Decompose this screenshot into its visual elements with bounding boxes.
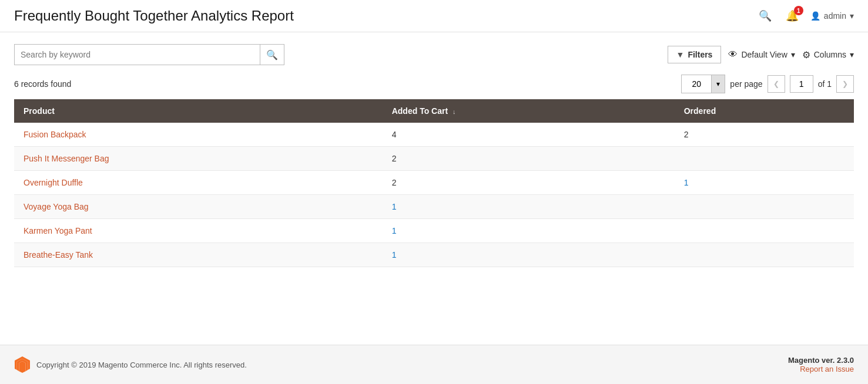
cell-added-to-cart: 1 [383, 195, 675, 219]
table-row: Push It Messenger Bag2 [14, 147, 854, 171]
product-link[interactable]: Overnight Duffle [24, 178, 83, 187]
column-product: Product [14, 99, 383, 123]
user-icon: 👤 [810, 11, 820, 21]
cell-ordered: 2 [675, 123, 854, 147]
columns-button[interactable]: ⚙ Columns ▾ [802, 49, 854, 60]
footer-version-label: Magento [788, 356, 819, 365]
product-link[interactable]: Fusion Backpack [24, 130, 86, 139]
page-number-input[interactable] [790, 75, 813, 93]
global-search-button[interactable]: 🔍 [756, 7, 774, 25]
cell-added-to-cart: 1 [383, 219, 675, 243]
prev-page-button[interactable]: ❮ [768, 75, 785, 93]
next-page-button[interactable]: ❯ [836, 75, 854, 93]
cell-added-to-cart: 2 [383, 147, 675, 171]
cell-added-to-cart: 4 [383, 123, 675, 147]
main-content: 🔍 ▼ Filters 👁 Default View ▾ ⚙ Columns ▾… [0, 32, 868, 345]
notification-button[interactable]: 🔔 1 [783, 7, 801, 25]
cell-product: Push It Messenger Bag [14, 147, 383, 171]
report-issue-link[interactable]: Report an Issue [788, 365, 854, 373]
chevron-down-icon: ▾ [850, 11, 854, 21]
top-header: Frequently Bought Together Analytics Rep… [0, 0, 868, 32]
footer: Copyright © 2019 Magento Commerce Inc. A… [0, 345, 868, 384]
sort-icon: ↓ [453, 108, 456, 115]
search-icon: 🔍 [759, 10, 772, 22]
search-submit-button[interactable]: 🔍 [260, 45, 284, 65]
column-ordered-label: Ordered [684, 106, 716, 116]
gear-icon: ⚙ [802, 49, 810, 60]
toolbar-top: 🔍 ▼ Filters 👁 Default View ▾ ⚙ Columns ▾ [14, 44, 854, 65]
cell-ordered [675, 147, 854, 171]
column-ordered: Ordered [675, 99, 854, 123]
cell-added-to-cart: 1 [383, 243, 675, 267]
magento-logo-icon [14, 356, 31, 373]
data-table: Product Added To Cart ↓ Ordered Fusion B… [14, 99, 854, 267]
columns-label: Columns [814, 50, 846, 59]
cell-product: Karmen Yoga Pant [14, 219, 383, 243]
records-count: 6 records found [14, 79, 71, 89]
cell-ordered [675, 243, 854, 267]
product-link[interactable]: Breathe-Easy Tank [24, 250, 93, 260]
search-submit-icon: 🔍 [266, 50, 278, 60]
table-row: Breathe-Easy Tank1 [14, 243, 854, 267]
default-view-button[interactable]: 👁 Default View ▾ [728, 49, 795, 60]
cell-product: Voyage Yoga Bag [14, 195, 383, 219]
column-added-to-cart[interactable]: Added To Cart ↓ [383, 99, 675, 123]
cell-ordered [675, 195, 854, 219]
cell-ordered [675, 219, 854, 243]
table-row: Karmen Yoga Pant1 [14, 219, 854, 243]
product-link[interactable]: Push It Messenger Bag [24, 154, 109, 163]
cell-ordered: 1 [675, 171, 854, 195]
cell-product: Overnight Duffle [14, 171, 383, 195]
cart-value[interactable]: 1 [392, 250, 397, 260]
table-body: Fusion Backpack42Push It Messenger Bag2O… [14, 123, 854, 267]
search-input[interactable] [15, 50, 260, 59]
filters-label: Filters [688, 50, 712, 59]
per-page-select: ▾ [681, 75, 725, 93]
cell-product: Breathe-Easy Tank [14, 243, 383, 267]
per-page-dropdown-button[interactable]: ▾ [711, 75, 725, 93]
toolbar-right: ▼ Filters 👁 Default View ▾ ⚙ Columns ▾ [668, 46, 854, 63]
header-actions: 🔍 🔔 1 👤 admin ▾ [756, 7, 854, 25]
table-header: Product Added To Cart ↓ Ordered [14, 99, 854, 123]
footer-left: Copyright © 2019 Magento Commerce Inc. A… [14, 356, 247, 373]
filter-icon: ▼ [676, 50, 685, 59]
footer-version: Magento ver. 2.3.0 [788, 356, 854, 365]
eye-icon: 👁 [728, 49, 738, 60]
product-link[interactable]: Voyage Yoga Bag [24, 202, 89, 211]
cart-value: 2 [392, 154, 397, 163]
pagination-area: ▾ per page ❮ of 1 ❯ [681, 75, 854, 93]
page-of-label: of 1 [818, 79, 832, 89]
per-page-input[interactable] [682, 77, 711, 91]
notification-badge: 1 [794, 6, 803, 15]
view-label: Default View [741, 50, 787, 59]
cart-value[interactable]: 1 [392, 202, 397, 211]
admin-menu-button[interactable]: 👤 admin ▾ [810, 11, 854, 21]
cart-value[interactable]: 1 [392, 226, 397, 235]
admin-label: admin [824, 11, 846, 21]
columns-chevron-icon: ▾ [850, 50, 854, 59]
table-row: Fusion Backpack42 [14, 123, 854, 147]
toolbar-bottom: 6 records found ▾ per page ❮ of 1 ❯ [14, 75, 854, 93]
footer-copyright: Copyright © 2019 Magento Commerce Inc. A… [36, 361, 247, 369]
cart-value: 4 [392, 130, 397, 139]
ordered-value: 2 [684, 130, 689, 139]
column-added-to-cart-label: Added To Cart [392, 106, 448, 116]
per-page-label: per page [730, 79, 762, 89]
view-chevron-icon: ▾ [791, 50, 795, 59]
product-link[interactable]: Karmen Yoga Pant [24, 226, 92, 235]
table-row: Voyage Yoga Bag1 [14, 195, 854, 219]
footer-right: Magento ver. 2.3.0 Report an Issue [788, 356, 854, 373]
cell-product: Fusion Backpack [14, 123, 383, 147]
column-product-label: Product [24, 106, 55, 116]
filters-button[interactable]: ▼ Filters [668, 46, 722, 63]
page-title: Frequently Bought Together Analytics Rep… [14, 8, 294, 24]
cart-value: 2 [392, 178, 397, 187]
footer-version-number: ver. 2.3.0 [822, 356, 854, 365]
table-row: Overnight Duffle21 [14, 171, 854, 195]
ordered-value[interactable]: 1 [684, 178, 689, 187]
search-box: 🔍 [14, 44, 284, 65]
cell-added-to-cart: 2 [383, 171, 675, 195]
